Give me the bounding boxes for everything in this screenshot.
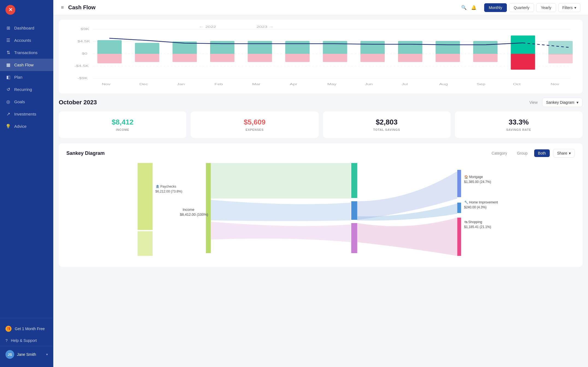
svg-rect-35 [473,54,498,62]
sankey-title: Sankey Diagram [66,150,105,156]
monthly-button[interactable]: Monthly [484,3,507,12]
svg-text:$1,385.00 (24.7%): $1,385.00 (24.7%) [464,180,491,184]
svg-rect-31 [323,54,347,62]
svg-text:Jul: Jul [402,82,408,86]
user-profile[interactable]: JS Jane Smith ▾ [0,346,53,363]
svg-rect-34 [436,54,460,62]
share-chevron-icon: ▾ [569,151,571,155]
help-icon: ? [5,338,8,343]
goals-icon: ◎ [5,99,11,104]
expenses-value: $5,609 [197,118,312,126]
avatar: JS [5,350,14,359]
svg-rect-26 [135,54,159,62]
menu-icon[interactable]: ≡ [61,5,64,10]
svg-rect-30 [285,54,310,62]
sidebar-item-recurring[interactable]: ↺ Recurring [0,83,53,96]
cash-flow-chart: $9K $4.5K $0 -$4.5K -$9K ← 2022 2023 → [66,25,575,88]
savings-rate-card: 33.3% SAVINGS RATE [455,111,583,138]
sidebar-bottom: 🎁 Get 1 Month Free ? Help & Support JS J… [0,318,53,367]
view-dropdown[interactable]: Sankey Diagram ▾ [542,98,583,107]
accounts-icon: ☰ [5,38,11,43]
sidebar-item-advice[interactable]: 💡 Advice [0,120,53,132]
svg-text:$240.00 (4.3%): $240.00 (4.3%) [464,205,487,209]
sidebar-item-accounts[interactable]: ☰ Accounts [0,34,53,46]
sidebar-item-label: Transactions [14,50,37,55]
svg-rect-58 [457,170,461,197]
svg-rect-55 [351,163,357,198]
sidebar-item-label: Investments [14,112,36,116]
sidebar-item-label: Cash Flow [14,63,34,67]
svg-text:Income: Income [183,208,195,212]
svg-rect-56 [351,201,357,220]
sidebar-item-label: Dashboard [14,26,34,30]
help-support-label: Help & Support [11,338,37,343]
bell-icon[interactable]: 🔔 [471,5,477,10]
svg-rect-20 [398,41,422,55]
svg-text:Mar: Mar [252,82,261,86]
svg-text:$1,185.41 (21.1%): $1,185.41 (21.1%) [464,225,491,229]
svg-text:$8,412.00 (100%): $8,412.00 (100%) [180,212,208,217]
sankey-tab-both[interactable]: Both [534,149,550,157]
svg-text:$9K: $9K [81,27,89,31]
svg-rect-32 [360,54,385,62]
sankey-svg: 🏦 Paychecks $6,212.00 (73.8%) Income $8,… [66,163,575,261]
svg-rect-17 [285,41,310,55]
sidebar-item-goals[interactable]: ◎ Goals [0,96,53,108]
sidebar-nav: ⊞ Dashboard ☰ Accounts ⇅ Transactions ▦ … [0,20,53,318]
chevron-down-icon: ▾ [46,353,48,356]
help-support-button[interactable]: ? Help & Support [0,335,53,346]
yearly-button[interactable]: Yearly [536,3,556,12]
user-name-label: Jane Smith [17,352,43,357]
svg-rect-33 [398,54,422,62]
get-month-free-button[interactable]: 🎁 Get 1 Month Free [0,322,53,335]
sidebar-item-investments[interactable]: ↗ Investments [0,108,53,120]
svg-rect-22 [473,41,498,55]
sankey-tab-group[interactable]: Group [514,149,531,157]
quarterly-button[interactable]: Quarterly [509,3,534,12]
svg-rect-53 [138,231,153,256]
svg-text:Sep: Sep [477,82,486,86]
sidebar-item-dashboard[interactable]: ⊞ Dashboard [0,22,53,34]
share-button[interactable]: Share ▾ [553,149,575,158]
filters-label: Filters [562,5,573,10]
sidebar: ✕ ⊞ Dashboard ☰ Accounts ⇅ Transactions … [0,0,53,367]
gift-icon: 🎁 [5,326,11,332]
svg-rect-21 [436,41,460,55]
svg-text:🏠 Mortgage: 🏠 Mortgage [464,175,483,179]
sidebar-item-label: Goals [14,99,25,104]
svg-rect-54 [206,163,211,253]
chart-section: $9K $4.5K $0 -$4.5K -$9K ← 2022 2023 → [59,20,583,93]
svg-text:$0: $0 [82,52,87,55]
svg-rect-60 [457,218,461,256]
filters-chevron-icon: ▾ [574,5,576,10]
advice-icon: 💡 [5,124,11,129]
sankey-tab-category[interactable]: Category [488,149,510,157]
sankey-diagram: 🏦 Paychecks $6,212.00 (73.8%) Income $8,… [66,163,575,261]
sidebar-item-transactions[interactable]: ⇅ Transactions [0,46,53,59]
income-value: $8,412 [65,118,180,126]
svg-text:Apr: Apr [290,82,297,86]
search-icon[interactable]: 🔍 [461,5,467,10]
sidebar-item-cash-flow[interactable]: ▦ Cash Flow [0,59,53,71]
svg-rect-19 [360,41,385,55]
cash-flow-icon: ▦ [5,62,11,67]
svg-text:$6,212.00 (73.8%): $6,212.00 (73.8%) [155,190,183,193]
main-content: ≡ Cash Flow 🔍 🔔 Monthly Quarterly Yearly… [53,0,588,367]
svg-text:Oct: Oct [513,82,521,86]
svg-rect-28 [210,54,234,62]
svg-text:Dec: Dec [139,82,148,86]
svg-rect-13 [135,43,159,55]
expenses-card: $5,609 EXPENSES [191,111,318,138]
view-dropdown-chevron-icon: ▾ [577,100,578,105]
get-month-free-label: Get 1 Month Free [15,327,45,331]
sidebar-item-plan[interactable]: ◧ Plan [0,71,53,83]
svg-text:Jan: Jan [177,82,185,86]
recurring-icon: ↺ [5,87,11,92]
svg-text:Feb: Feb [214,82,223,86]
share-label: Share [557,151,567,155]
transactions-icon: ⇅ [5,50,11,55]
header: ≡ Cash Flow 🔍 🔔 Monthly Quarterly Yearly… [53,0,588,15]
income-card: $8,412 INCOME [59,111,186,138]
filters-button[interactable]: Filters ▾ [558,3,580,12]
svg-rect-18 [323,41,347,55]
